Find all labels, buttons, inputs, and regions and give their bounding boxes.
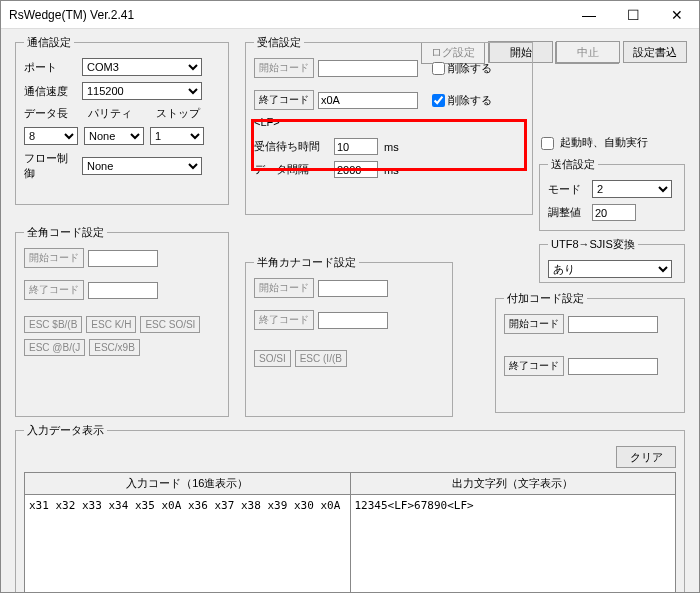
add-start-input[interactable] [568,316,658,333]
disp-group: 入力データ表示 クリア 入力コード（16進表示） x31 x32 x33 x34… [15,423,685,593]
flow-select[interactable]: None [82,157,202,175]
han-group: 半角カナコード設定 開始コード 終了コード SO/SI ESC (I/(B [245,255,453,417]
lf-text: <LF> [254,116,280,128]
comm-group: 通信設定 ポート COM3 通信速度 115200 データ長 パリティ ストップ… [15,35,229,205]
titlebar: RsWedge(TM) Ver.2.41 ― ☐ ✕ [1,1,699,29]
startcode-input[interactable] [318,60,418,77]
mode-select[interactable]: 2 [592,180,672,198]
wait-input[interactable] [334,138,378,155]
zen-b3[interactable]: ESC SO/SI [140,316,200,333]
han-b1[interactable]: SO/SI [254,350,291,367]
zen-group: 全角コード設定 開始コード 終了コード ESC $B/(B ESC K/H ES… [15,225,229,417]
wait-label: 受信待ち時間 [254,139,330,154]
comm-legend: 通信設定 [24,35,74,50]
zen-b1[interactable]: ESC $B/(B [24,316,82,333]
write-settings-button[interactable]: 設定書込 [623,41,687,63]
adj-label: 調整値 [548,205,588,220]
zen-start-label: 開始コード [24,248,84,268]
han-end-input[interactable] [318,312,388,329]
stop-label: ストップ [156,106,200,121]
del-end-checkbox[interactable] [432,94,445,107]
ms2: ms [384,164,399,176]
parity-label: パリティ [88,106,132,121]
col2-header: 出力文字列（文字表示） [351,473,676,495]
zen-start-input[interactable] [88,250,158,267]
data-table: 入力コード（16進表示） x31 x32 x33 x34 x35 x0A x36… [24,472,676,593]
col1-header: 入力コード（16進表示） [25,473,350,495]
add-end-label: 終了コード [504,356,564,376]
utf-legend: UTF8→SJIS変換 [548,237,638,252]
baud-label: 通信速度 [24,84,78,99]
intv-input[interactable] [334,161,378,178]
han-end-label: 終了コード [254,310,314,330]
zen-end-label: 終了コード [24,280,84,300]
add-legend: 付加コード設定 [504,291,587,306]
endcode-label: 終了コード [254,90,314,110]
del-start-checkbox[interactable] [432,62,445,75]
minimize-button[interactable]: ― [567,1,611,29]
disp-legend: 入力データ表示 [24,423,107,438]
zen-b5[interactable]: ESC/x9B [89,339,140,356]
parity-select[interactable]: None [84,127,144,145]
baud-select[interactable]: 115200 [82,82,202,100]
mode-label: モード [548,182,588,197]
port-select[interactable]: COM3 [82,58,202,76]
zen-end-input[interactable] [88,282,158,299]
autostart-label: 起動時、自動実行 [560,135,648,150]
add-end-input[interactable] [568,358,658,375]
data-len-select[interactable]: 8 [24,127,78,145]
window-title: RsWedge(TM) Ver.2.41 [9,8,567,22]
startcode-label: 開始コード [254,58,314,78]
send-group: 送信設定 モード 2 調整値 [539,157,685,231]
utf-group: UTF8→SJIS変換 あり [539,237,685,283]
maximize-button[interactable]: ☐ [611,1,655,29]
del-start-label: 削除する [448,61,492,76]
data-len-label: データ長 [24,106,68,121]
close-button[interactable]: ✕ [655,1,699,29]
adj-input[interactable] [592,204,636,221]
send-legend: 送信設定 [548,157,598,172]
han-start-label: 開始コード [254,278,314,298]
stop-select[interactable]: 1 [150,127,204,145]
intv-label: データ間隔 [254,162,330,177]
ms1: ms [384,141,399,153]
zen-b2[interactable]: ESC K/H [86,316,136,333]
han-legend: 半角カナコード設定 [254,255,359,270]
flow-label: フロー制御 [24,151,78,181]
port-label: ポート [24,60,78,75]
zen-legend: 全角コード設定 [24,225,107,240]
han-b2[interactable]: ESC (I/(B [295,350,347,367]
autostart-checkbox[interactable] [541,137,554,150]
add-start-label: 開始コード [504,314,564,334]
del-end-label: 削除する [448,93,492,108]
col1-body[interactable]: x31 x32 x33 x34 x35 x0A x36 x37 x38 x39 … [25,495,350,593]
endcode-input[interactable] [318,92,418,109]
clear-button[interactable]: クリア [616,446,676,468]
han-start-input[interactable] [318,280,388,297]
recv-group: 受信設定 開始コード 削除する 終了コード 削除する <LF> 受信待ち時間 m… [245,35,533,215]
recv-legend: 受信設定 [254,35,304,50]
utf-select[interactable]: あり [548,260,672,278]
col2-body[interactable]: 12345<LF>67890<LF> [351,495,676,593]
zen-b4[interactable]: ESC @B/(J [24,339,85,356]
add-group: 付加コード設定 開始コード 終了コード [495,291,685,413]
stop-button[interactable]: 中止 [556,41,620,63]
